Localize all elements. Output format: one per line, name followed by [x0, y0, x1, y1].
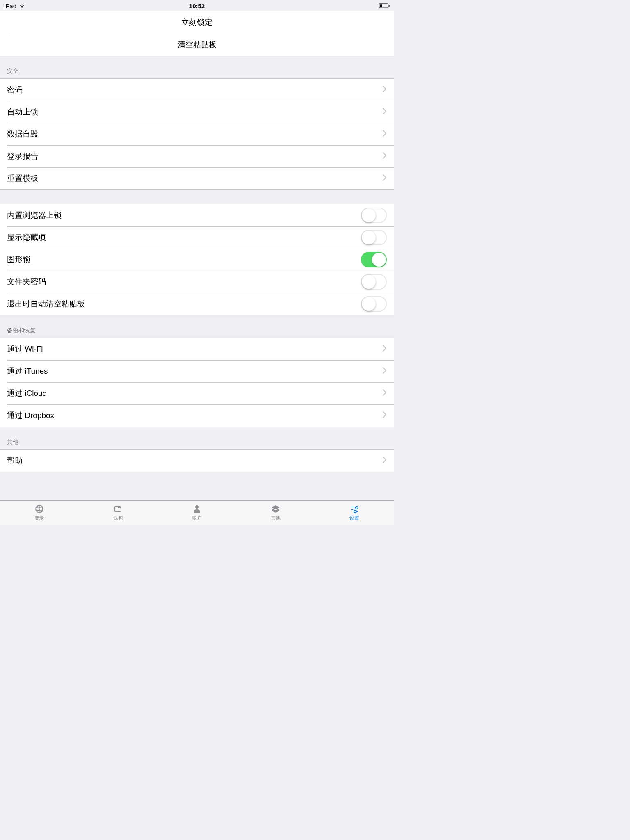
- pattern-lock-label: 图形锁: [7, 254, 361, 265]
- device-label: iPad: [4, 2, 16, 9]
- top-actions-list: 立刻锁定 清空粘贴板: [0, 11, 394, 56]
- auto-lock-row[interactable]: 自动上锁: [0, 101, 394, 123]
- auto-clear-clipboard-label: 退出时自动清空粘贴板: [7, 299, 361, 309]
- tab-account[interactable]: 帐户: [158, 501, 236, 525]
- show-hidden-row: 显示隐藏项: [0, 226, 394, 249]
- browser-lock-label: 内置浏览器上锁: [7, 210, 361, 221]
- status-left: iPad: [4, 2, 25, 9]
- person-icon: [191, 504, 203, 514]
- security-header: 安全: [0, 56, 394, 78]
- tab-settings[interactable]: 设置: [315, 501, 394, 525]
- pattern-lock-switch[interactable]: [361, 252, 387, 267]
- backup-dropbox-row[interactable]: 通过 Dropbox: [0, 404, 394, 427]
- wifi-icon: [19, 3, 25, 8]
- data-destroy-label: 数据自毁: [7, 129, 379, 139]
- password-label: 密码: [7, 84, 379, 95]
- help-row[interactable]: 帮助: [0, 450, 394, 472]
- tab-wallet[interactable]: 钱包: [79, 501, 158, 525]
- show-hidden-label: 显示隐藏项: [7, 232, 361, 243]
- folder-password-label: 文件夹密码: [7, 276, 361, 287]
- svg-rect-2: [389, 5, 390, 7]
- chevron-right-icon: [383, 174, 387, 183]
- lock-now-label: 立刻锁定: [181, 17, 212, 28]
- other-list: 帮助: [0, 449, 394, 472]
- battery-icon: [379, 3, 390, 8]
- backup-itunes-label: 通过 iTunes: [7, 366, 379, 377]
- backup-wifi-row[interactable]: 通过 Wi-Fi: [0, 338, 394, 360]
- tab-account-label: 帐户: [192, 515, 202, 522]
- backup-itunes-row[interactable]: 通过 iTunes: [0, 360, 394, 382]
- auto-lock-label: 自动上锁: [7, 107, 379, 117]
- backup-list: 通过 Wi-Fi 通过 iTunes 通过 iCloud 通过 Dropbox: [0, 338, 394, 427]
- clear-clipboard-label: 清空粘贴板: [178, 39, 217, 50]
- browser-lock-row: 内置浏览器上锁: [0, 204, 394, 226]
- tab-others-label: 其他: [271, 515, 281, 522]
- tab-wallet-label: 钱包: [113, 515, 123, 522]
- settings-icon: [349, 504, 360, 514]
- tab-others[interactable]: 其他: [236, 501, 315, 525]
- tab-login[interactable]: 登录: [0, 501, 79, 525]
- globe-icon: [34, 504, 45, 514]
- svg-rect-1: [380, 4, 382, 7]
- login-report-label: 登录报告: [7, 151, 379, 162]
- folder-password-switch[interactable]: [361, 274, 387, 290]
- chevron-right-icon: [383, 345, 387, 354]
- folder-password-row: 文件夹密码: [0, 271, 394, 293]
- show-hidden-switch[interactable]: [361, 230, 387, 245]
- password-row[interactable]: 密码: [0, 79, 394, 101]
- tab-login-label: 登录: [34, 515, 44, 522]
- tab-bar: 登录 钱包 帐户 其他 设置: [0, 500, 394, 525]
- chevron-right-icon: [383, 456, 387, 465]
- backup-icloud-row[interactable]: 通过 iCloud: [0, 382, 394, 404]
- chevron-right-icon: [383, 107, 387, 116]
- help-label: 帮助: [7, 455, 379, 466]
- other-header: 其他: [0, 427, 394, 449]
- toggles-list: 内置浏览器上锁 显示隐藏项 图形锁 文件夹密码 退出时自动清空粘贴板: [0, 204, 394, 315]
- backup-wifi-label: 通过 Wi-Fi: [7, 344, 379, 354]
- box-icon: [270, 504, 281, 514]
- lock-now-row[interactable]: 立刻锁定: [0, 11, 394, 34]
- backup-dropbox-label: 通过 Dropbox: [7, 410, 379, 421]
- backup-header: 备份和恢复: [0, 315, 394, 338]
- reset-template-label: 重置模板: [7, 173, 379, 184]
- status-time: 10:52: [189, 2, 205, 9]
- browser-lock-switch[interactable]: [361, 208, 387, 223]
- chevron-right-icon: [383, 367, 387, 376]
- wallet-icon: [112, 504, 124, 514]
- pattern-lock-row: 图形锁: [0, 249, 394, 271]
- clear-clipboard-row[interactable]: 清空粘贴板: [0, 34, 394, 56]
- chevron-right-icon: [383, 152, 387, 161]
- auto-clear-clipboard-row: 退出时自动清空粘贴板: [0, 293, 394, 315]
- status-bar: iPad 10:52: [0, 0, 394, 11]
- chevron-right-icon: [383, 130, 387, 139]
- section-gap: [0, 190, 394, 204]
- chevron-right-icon: [383, 389, 387, 398]
- backup-icloud-label: 通过 iCloud: [7, 388, 379, 399]
- data-destroy-row[interactable]: 数据自毁: [0, 123, 394, 145]
- reset-template-row[interactable]: 重置模板: [0, 167, 394, 189]
- tab-settings-label: 设置: [349, 515, 359, 522]
- login-report-row[interactable]: 登录报告: [0, 145, 394, 167]
- security-list: 密码 自动上锁 数据自毁 登录报告 重置模板: [0, 78, 394, 190]
- chevron-right-icon: [383, 85, 387, 94]
- auto-clear-clipboard-switch[interactable]: [361, 296, 387, 312]
- chevron-right-icon: [383, 411, 387, 420]
